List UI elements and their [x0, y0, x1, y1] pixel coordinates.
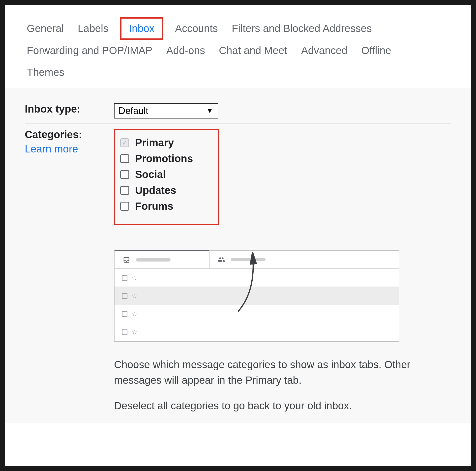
settings-tabs: General Labels Inbox Accounts Filters an…: [5, 5, 471, 88]
inbox-preview: ☆ ☆ ☆ ☆: [114, 250, 451, 342]
preview-row: ☆: [115, 323, 399, 341]
checkbox-forums[interactable]: [120, 202, 129, 211]
category-label: Primary: [135, 137, 174, 149]
category-label: Updates: [135, 184, 176, 196]
tab-accounts[interactable]: Accounts: [173, 18, 220, 39]
learn-more-link[interactable]: Learn more: [25, 143, 99, 155]
category-label: Forums: [135, 200, 173, 212]
preview-tab-empty: [304, 251, 399, 268]
tab-forwarding[interactable]: Forwarding and POP/IMAP: [25, 40, 154, 61]
description-text-2: Deselect all categories to go back to yo…: [114, 398, 412, 413]
star-icon: ☆: [131, 274, 137, 282]
category-primary: Primary: [120, 135, 193, 151]
category-updates: Updates: [120, 182, 193, 198]
category-label: Promotions: [135, 153, 193, 165]
inbox-icon: [122, 256, 131, 264]
description-text-1: Choose which message categories to show …: [114, 357, 412, 388]
checkbox-icon: [122, 275, 127, 281]
preview-tab-primary: [115, 250, 209, 268]
star-icon: ☆: [131, 328, 137, 336]
tab-general[interactable]: General: [25, 18, 66, 39]
checkbox-icon: [122, 311, 127, 317]
preview-row: ☆: [115, 287, 399, 305]
checkbox-primary: [120, 138, 129, 147]
checkbox-social[interactable]: [120, 170, 129, 179]
tab-advanced[interactable]: Advanced: [299, 40, 350, 61]
tab-offline[interactable]: Offline: [359, 40, 393, 61]
tab-chat[interactable]: Chat and Meet: [217, 40, 289, 61]
category-social: Social: [120, 167, 193, 182]
tab-themes[interactable]: Themes: [25, 61, 66, 83]
tab-addons[interactable]: Add-ons: [164, 40, 207, 61]
tab-labels[interactable]: Labels: [76, 18, 110, 39]
star-icon: ☆: [131, 292, 137, 300]
checkbox-promotions[interactable]: [120, 154, 129, 163]
preview-row: ☆: [115, 269, 399, 287]
categories-highlight-box: Primary Promotions Social Updates Forums: [114, 129, 219, 225]
checkbox-icon: [122, 329, 127, 335]
category-forums: Forums: [120, 198, 193, 214]
inbox-type-label: Inbox type:: [25, 103, 80, 115]
category-label: Social: [135, 169, 166, 180]
checkbox-updates[interactable]: [120, 186, 129, 195]
tab-inbox[interactable]: Inbox: [120, 17, 163, 40]
star-icon: ☆: [131, 310, 137, 318]
people-icon: [217, 256, 226, 263]
preview-tab-social: [209, 251, 304, 268]
inbox-type-select[interactable]: Default: [114, 103, 218, 118]
category-promotions: Promotions: [120, 151, 193, 167]
categories-label: Categories:: [25, 129, 82, 140]
checkbox-icon: [122, 293, 127, 299]
tab-filters[interactable]: Filters and Blocked Addresses: [230, 18, 374, 39]
preview-row: ☆: [115, 305, 399, 323]
